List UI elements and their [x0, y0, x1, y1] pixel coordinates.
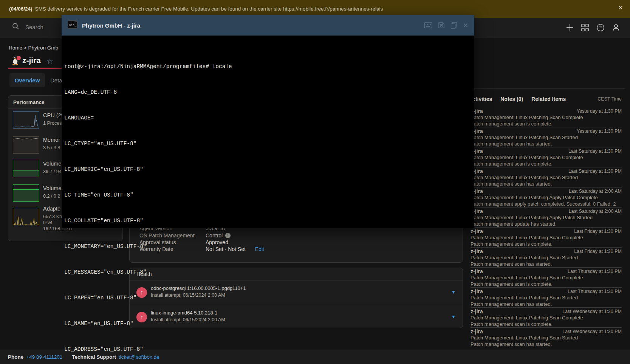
volume1-sub: 39.7 / 94. — [43, 169, 63, 174]
activity-title: Patch Management: Linux Patching Scan Co… — [471, 235, 583, 240]
activity-time: Yesterday at 1:30 PM — [577, 108, 622, 114]
activity-entry[interactable]: z-jira Last Thursday at 1:30 PM Patch Ma… — [471, 288, 622, 308]
alert-date: (04/06/24) — [9, 6, 33, 12]
save-icon[interactable] — [438, 22, 445, 29]
terminal-modal: C:\_ Phytron GmbH - z-jira ✕ root@z-jira… — [62, 15, 474, 228]
terminal-app-icon: C:\_ — [68, 20, 77, 30]
apps-grid-icon[interactable] — [581, 23, 589, 32]
activity-description: Patch management scan is complete. — [471, 281, 553, 287]
activity-entry[interactable]: z-jira Last Saturday at 2:00 AM Patch Ma… — [471, 187, 622, 208]
activity-time: Last Thursday at 1:30 PM — [568, 269, 622, 274]
favorite-star-icon[interactable]: ☆ — [46, 57, 53, 66]
terminal-line: LC_MESSAGES="en_US.UTF-8" — [64, 269, 474, 276]
activity-title: Patch Management: Linux Patching Scan Co… — [471, 275, 583, 280]
copy-icon[interactable] — [450, 22, 457, 29]
activity-time: Last Thursday at 1:30 PM — [568, 289, 622, 294]
activity-description: Patch management scan has started. — [471, 261, 552, 267]
activity-entry[interactable]: z-jira Yesterday at 1:30 PM Patch Manage… — [471, 127, 622, 147]
help-icon[interactable]: ? — [596, 23, 605, 32]
tab-overview[interactable]: Overview — [9, 73, 45, 87]
terminal-line: LC_COLLATE="en_US.UTF-8" — [64, 218, 474, 224]
tab-related-items[interactable]: Related Items — [531, 96, 566, 102]
breadcrumb[interactable]: Home > Phytron Gmb — [9, 45, 58, 51]
activity-title: Patch Management: Linux Patching Apply P… — [471, 195, 598, 200]
tab-notes[interactable]: Notes (0) — [500, 96, 523, 102]
activity-title: Patch Management: Linux Patching Scan St… — [471, 335, 578, 341]
terminal-close-icon[interactable]: ✕ — [463, 22, 468, 29]
terminal-line: root@z-jira:/opt/NinjaRMMAgent/programfi… — [64, 64, 474, 70]
activity-description: Patch management scan has started. — [471, 181, 552, 187]
keyboard-icon[interactable] — [424, 22, 432, 28]
activity-entry[interactable]: z-jira Last Saturday at 2:00 AM Patch Ma… — [471, 208, 622, 228]
activity-time: Last Saturday at 1:30 PM — [568, 169, 622, 174]
page-title: z-jira — [22, 56, 41, 65]
activity-title: Patch Management: Linux Patching Apply P… — [471, 215, 593, 220]
device-status-badge — [16, 55, 22, 61]
volume1-label: Volume — [43, 161, 61, 167]
user-profile-icon[interactable] — [612, 23, 620, 32]
cpu-sub: 1 Process — [43, 121, 64, 126]
activity-description: Patch management scan is complete. — [471, 161, 553, 167]
terminal-line: LC_NUMERIC="en_US.UTF-8" — [64, 166, 474, 173]
activity-description: Patch management scan has started. — [471, 141, 552, 147]
activity-title: Patch Management: Linux Patching Scan St… — [471, 295, 578, 300]
search-icon[interactable] — [12, 23, 19, 31]
phone-link[interactable]: +49 89 4111201 — [26, 354, 62, 360]
tab-details[interactable]: Deta — [50, 73, 62, 87]
activity-time: Last Wednesday at 1:30 PM — [562, 329, 622, 334]
terminal-line: LC_MONETARY="en_US.UTF-8" — [64, 243, 474, 250]
activity-description: Patch management scan is complete. — [471, 241, 553, 247]
activity-entry[interactable]: z-jira Last Thursday at 1:30 PM Patch Ma… — [471, 268, 622, 288]
activity-entry[interactable]: z-jira Last Wednesday at 1:30 PM Patch M… — [471, 328, 622, 347]
activity-time: Last Friday at 1:30 PM — [574, 229, 622, 234]
terminal-line: LANG=de_DE.UTF-8 — [64, 89, 474, 96]
add-plus-icon[interactable] — [566, 23, 574, 32]
activity-time: Last Wednesday at 1:30 PM — [562, 309, 622, 314]
svg-text:C:\_: C:\_ — [69, 23, 77, 27]
terminal-line: LANGUAGE= — [64, 115, 474, 121]
activity-description: Patch management scan is complete. — [471, 121, 553, 127]
activity-title: Patch Management: Linux Patching Scan Co… — [471, 155, 583, 160]
activity-time: Last Saturday at 1:30 PM — [568, 149, 622, 154]
volume2-chart[interactable] — [13, 184, 39, 202]
activity-time: Last Saturday at 2:00 AM — [569, 209, 622, 214]
volume1-chart[interactable] — [13, 160, 39, 177]
activity-title: Patch Management: Linux Patching Scan St… — [471, 135, 578, 140]
activity-entry[interactable]: z-jira Last Saturday at 1:30 PM Patch Ma… — [471, 147, 622, 167]
terminal-output: root@z-jira:/opt/NinjaRMMAgent/programfi… — [62, 36, 474, 364]
activity-time: Yesterday at 1:30 PM — [577, 129, 622, 134]
adapter-ip-label: IPv4 — [43, 220, 53, 225]
volume2-label: Volume — [43, 185, 61, 191]
terminal-line: LC_CTYPE="en_US.UTF-8" — [64, 141, 474, 147]
adapter-label: Adapte — [43, 206, 60, 212]
timezone-label: CEST Time — [597, 96, 622, 102]
activity-entry[interactable]: z-jira Last Friday at 1:30 PM Patch Mana… — [471, 228, 622, 248]
activity-description: Patch management scan has started. — [471, 301, 552, 307]
svg-text:?: ? — [599, 25, 602, 30]
activity-title: Patch Management: Linux Patching Scan St… — [471, 175, 578, 180]
activity-entry[interactable]: z-jira Last Saturday at 1:30 PM Patch Ma… — [471, 167, 622, 187]
phone-label: Phone — [8, 354, 23, 360]
activity-entry[interactable]: z-jira Last Wednesday at 1:30 PM Patch M… — [471, 308, 622, 328]
activity-title: Patch Management: Linux Patching Scan Co… — [471, 115, 583, 120]
activities-panel-divider — [469, 88, 625, 88]
activity-description: Patch management scan is complete. — [471, 321, 553, 327]
activity-description: Patch management update has started. — [471, 221, 557, 227]
terminal-line: LC_TIME="en_US.UTF-8" — [64, 192, 474, 198]
terminal-titlebar[interactable]: C:\_ Phytron GmbH - z-jira ✕ — [62, 15, 474, 36]
terminal-title: Phytron GmbH - z-jira — [82, 22, 140, 29]
activity-title: Patch Management: Linux Patching Scan Co… — [471, 315, 583, 321]
memory-chart[interactable] — [13, 136, 39, 153]
banner-close-icon[interactable]: ✕ — [618, 5, 623, 11]
activity-description: Patch management apply patch completed. … — [471, 201, 616, 207]
adapter-chart[interactable] — [13, 208, 39, 226]
cpu-chart[interactable] — [13, 112, 39, 129]
memory-label: Memor — [43, 137, 60, 143]
activity-list: z-jira Yesterday at 1:30 PM Patch Manage… — [471, 107, 622, 347]
terminal-line: LC_PAPER="en_US.UTF-8" — [64, 295, 474, 301]
activity-entry[interactable]: z-jira Yesterday at 1:30 PM Patch Manage… — [471, 107, 622, 127]
activity-entry[interactable]: z-jira Last Friday at 1:30 PM Patch Mana… — [471, 248, 622, 268]
alert-message: SMS delivery service is degraded for the… — [35, 6, 383, 12]
terminal-line: LC_NAME="en_US.UTF-8" — [64, 321, 474, 327]
activity-title: Patch Management: Linux Patching Scan St… — [471, 255, 578, 260]
